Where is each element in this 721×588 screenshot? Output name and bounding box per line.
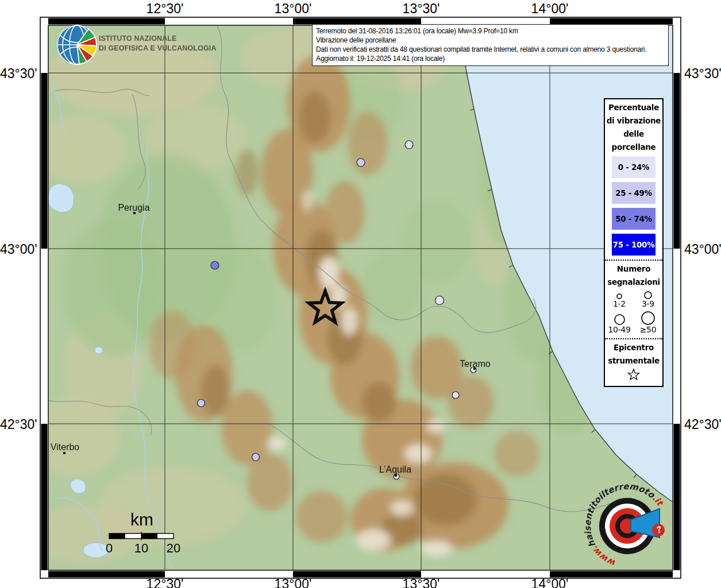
- map-interior: www.haisentitoilterremoto.it ?: [29, 11, 681, 575]
- axis-label-left: 42°30': [0, 417, 36, 432]
- ingv-name-line1: ISTITUTO NAZIONALE: [99, 33, 217, 43]
- axis-label-left: 43°30': [0, 66, 36, 82]
- legend-reports-title-line: Numero: [605, 264, 662, 274]
- event-info-line-4: Aggiornato il: 19-12-2025 14:41 (ora loc…: [316, 54, 665, 63]
- scale-tick-label: 0: [92, 541, 126, 556]
- legend-epicenter-title: Epicentrostrumentale: [605, 342, 662, 366]
- legend-percent-classes: 0 - 24%25 - 49%50 - 74%75 - 100%: [605, 156, 662, 256]
- ingv-logo-text: ISTITUTO NAZIONALE DI GEOFISICA E VULCAN…: [99, 33, 217, 53]
- city-label-perugia: Perugia: [118, 203, 149, 213]
- legend-size-item: 1-2: [605, 288, 634, 308]
- scale-bar-unit: km: [130, 510, 153, 529]
- axis-label-right: 43°00': [684, 242, 721, 257]
- legend: Percentualedi vibrazionedelleporcellane …: [604, 98, 664, 387]
- report-point: [198, 400, 205, 407]
- legend-percent-title-line: porcellane: [605, 142, 662, 152]
- legend-class-swatch: 25 - 49%: [612, 182, 656, 204]
- report-size-circle-icon: [614, 314, 626, 326]
- legend-size-item: 10-49: [605, 308, 634, 334]
- report-point: [211, 261, 219, 269]
- legend-reports-title-line: segnalazioni: [605, 277, 662, 287]
- legend-divider: [605, 260, 662, 261]
- ingv-name-line2: DI GEOFISICA E VULCANOLOGIA: [99, 43, 217, 53]
- ingv-logo-icon: [57, 25, 97, 64]
- axis-label-bottom: 12°30': [139, 577, 191, 588]
- legend-percent-title-line: delle: [605, 129, 662, 139]
- legend-size-item: 3-9: [634, 288, 662, 308]
- axis-label-top: 12°30': [139, 1, 191, 17]
- legend-epicenter-title-line: strumentale: [605, 355, 662, 366]
- event-info-line-1: Terremoto del 31-08-2016 13:26:01 (ora l…: [316, 26, 665, 36]
- legend-reports-title: Numerosegnalazioni: [605, 264, 662, 287]
- event-info-line-2: Vibrazione delle porcellane: [316, 36, 665, 45]
- event-info-box: Terremoto del 31-08-2016 13:26:01 (ora l…: [312, 24, 669, 66]
- legend-divider: [605, 338, 662, 339]
- legend-class-swatch: 75 - 100%: [612, 234, 656, 256]
- report-size-label: 1-2: [613, 300, 626, 308]
- scale-tick-label: 10: [124, 541, 159, 556]
- axis-label-top: 14°00': [524, 1, 576, 17]
- map-canvas: www.haisentitoilterremoto.it ?: [0, 0, 721, 588]
- legend-report-sizes: 1-23-910-49≥50: [605, 288, 662, 334]
- report-point: [405, 141, 413, 149]
- legend-percent-title: Percentualedi vibrazionedelleporcellane: [605, 102, 662, 152]
- city-label-laquila: L’Aquila: [379, 465, 411, 475]
- legend-epicenter-star-icon: [626, 368, 642, 382]
- report-point: [252, 454, 260, 461]
- legend-size-item: ≥50: [634, 308, 662, 334]
- city-label-teramo: Teramo: [460, 359, 490, 369]
- legend-percent-title-line: di vibrazione: [605, 115, 662, 126]
- axis-label-top: 13°00': [267, 1, 319, 17]
- report-size-label: 10-49: [608, 326, 630, 334]
- axis-label-right: 43°30': [684, 66, 721, 82]
- report-point: [357, 158, 365, 167]
- legend-class-swatch: 50 - 74%: [612, 208, 656, 230]
- axis-label-bottom: 13°30': [395, 577, 447, 588]
- axis-label-left: 43°00': [0, 242, 36, 257]
- report-size-circle-icon: [643, 291, 653, 300]
- city-label-viterbo: Viterbo: [51, 442, 79, 452]
- report-size-label: ≥50: [640, 326, 657, 334]
- report-size-label: 3-9: [642, 300, 654, 308]
- legend-percent-title-line: Percentuale: [605, 102, 662, 113]
- legend-class-swatch: 0 - 24%: [612, 156, 656, 178]
- axis-label-right: 42°30': [684, 417, 721, 432]
- report-size-circle-icon: [641, 311, 656, 326]
- axis-label-bottom: 13°00': [267, 577, 319, 588]
- event-info-line-3: Dati non verificati estratti da 48 quest…: [316, 45, 665, 54]
- axis-label-bottom: 14°00': [524, 577, 576, 588]
- axis-label-top: 13°30': [395, 1, 447, 17]
- report-point: [452, 392, 459, 399]
- report-point: [435, 296, 444, 305]
- scale-tick-label: 20: [156, 541, 191, 556]
- legend-epicenter-title-line: Epicentro: [605, 342, 662, 353]
